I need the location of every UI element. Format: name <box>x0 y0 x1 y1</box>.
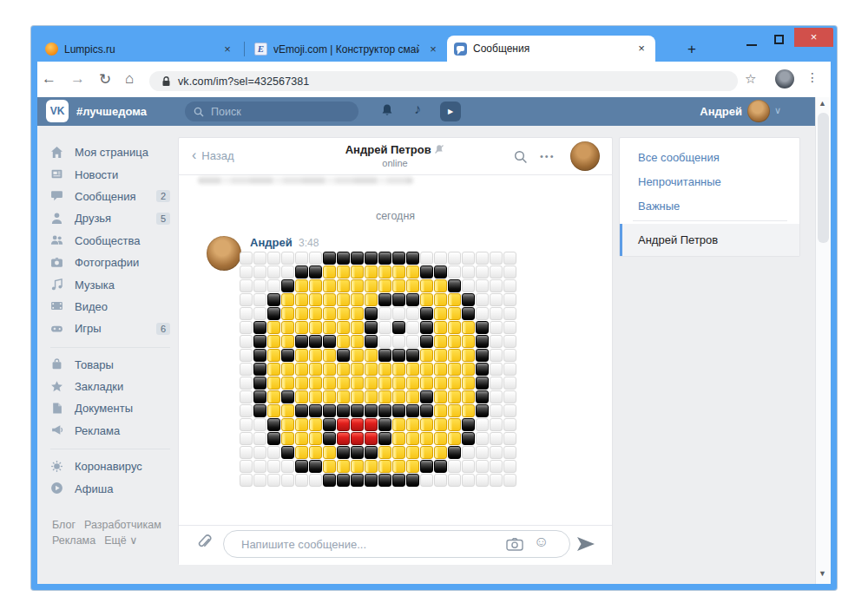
reload-icon[interactable]: ↻ <box>99 70 111 88</box>
sidebar-item-label: Музыка <box>75 279 170 292</box>
scrollbar-up-icon[interactable]: ▲ <box>819 99 826 108</box>
sidebar-item-label: Моя страница <box>75 146 170 159</box>
back-link[interactable]: ‹Назад <box>192 147 234 163</box>
emoji-cell-white-square <box>267 279 280 292</box>
chat-header-avatar[interactable] <box>570 141 600 171</box>
sidebar-item-my-page[interactable]: Моя страница <box>50 141 170 163</box>
sidebar-badge: 2 <box>156 190 170 202</box>
emoji-cell-black-square <box>476 349 489 362</box>
sidebar-item-photos[interactable]: Фотографии <box>50 252 170 273</box>
music-icon[interactable]: ♪ <box>414 102 421 117</box>
sidebar-item-ads[interactable]: Реклама <box>50 420 170 442</box>
emoji-smiley-icon[interactable]: ☺ <box>534 534 549 551</box>
sidebar-item-events[interactable]: Афиша <box>50 477 170 499</box>
attach-paperclip-icon[interactable] <box>195 534 214 553</box>
sidebar-item-bookmarks[interactable]: Закладки <box>50 376 170 397</box>
events-icon <box>50 482 64 495</box>
sidebar-item-friends[interactable]: Друзья5 <box>50 207 170 229</box>
footer-link[interactable]: Реклама <box>52 534 95 547</box>
sidebar-item-games[interactable]: Игры6 <box>50 318 170 339</box>
emoji-cell-yellow-square <box>281 432 294 445</box>
window-close-button[interactable]: × <box>794 28 833 47</box>
back-arrow-icon[interactable]: ← <box>42 70 56 88</box>
sidebar-item-coronavirus[interactable]: Коронавирус <box>50 455 170 477</box>
scrollbar-thumb[interactable] <box>818 113 829 243</box>
dialogs-filter-1[interactable]: Все сообщения <box>638 146 786 170</box>
message-author-avatar[interactable] <box>207 236 241 271</box>
forward-arrow-icon[interactable]: → <box>70 70 85 88</box>
emoji-cell-white-square <box>448 252 461 265</box>
sidebar-item-video[interactable]: Видео <box>50 296 170 318</box>
message-input-field[interactable] <box>240 537 503 552</box>
footer-link[interactable]: Разработчикам <box>84 519 161 531</box>
tab-close-icon[interactable]: × <box>635 42 648 56</box>
video-clips-icon[interactable]: ▶ <box>440 102 461 121</box>
message-author-name[interactable]: Андрей <box>250 236 293 249</box>
sidebar-item-documents[interactable]: Документы <box>50 397 170 419</box>
emoji-cell-black-square <box>378 404 391 417</box>
emoji-cell-yellow-square <box>295 418 308 431</box>
sidebar-item-news[interactable]: Новости <box>50 163 170 185</box>
tab-close-icon[interactable]: × <box>220 43 234 56</box>
dialogs-filter-2[interactable]: Непрочитанные <box>638 170 786 194</box>
vk-search-input[interactable] <box>209 105 343 119</box>
peer-info[interactable]: Андрей Петров online <box>286 143 503 168</box>
scrollbar-down-icon[interactable]: ▼ <box>819 569 826 578</box>
home-icon[interactable]: ⌂ <box>125 70 134 88</box>
emoji-cell-white-square <box>448 474 461 487</box>
emoji-cell-black-square <box>392 321 405 334</box>
header-user-name[interactable]: Андрей <box>660 105 742 118</box>
chat-search-icon[interactable] <box>514 150 528 164</box>
browser-profile-avatar[interactable] <box>775 69 794 88</box>
tab-messages[interactable]: Сообщения× <box>447 36 655 62</box>
emoji-cell-yellow-square <box>434 307 447 320</box>
sidebar-item-messages[interactable]: Сообщения2 <box>50 186 170 207</box>
tab-vemoji[interactable]: EvEmoji.com | Конструктор смайл× <box>247 36 447 62</box>
emoji-cell-black-square <box>392 252 405 265</box>
emoji-cell-yellow-square <box>448 307 461 320</box>
window-minimize-button[interactable] <box>746 44 757 46</box>
footer-link[interactable]: Ещё ∨ <box>104 534 137 547</box>
emoji-cell-white-square <box>267 446 280 459</box>
bookmark-star-icon[interactable]: ☆ <box>745 71 756 87</box>
emoji-cell-black-square <box>351 404 364 417</box>
emoji-cell-yellow-square <box>365 377 378 390</box>
emoji-cell-red-square <box>365 418 378 431</box>
chat-more-icon[interactable]: ••• <box>540 151 556 161</box>
emoji-cell-black-square <box>267 307 280 320</box>
vk-logo[interactable]: VK <box>46 100 69 122</box>
new-tab-button[interactable]: + <box>682 40 701 59</box>
emoji-cell-black-square <box>378 252 391 265</box>
emoji-cell-white-square <box>309 252 322 265</box>
user-menu-chevron-icon[interactable]: ∨ <box>774 105 781 116</box>
emoji-cell-white-square <box>406 321 419 334</box>
selected-dialog-row[interactable]: Андрей Петров <box>620 224 799 256</box>
url-text[interactable]: vk.com/im?sel=432567381 <box>178 75 309 88</box>
camera-icon[interactable] <box>506 538 523 551</box>
header-user-avatar[interactable] <box>747 100 770 122</box>
emoji-cell-yellow-square <box>434 418 447 431</box>
send-button[interactable] <box>576 536 595 552</box>
video-icon <box>50 299 64 313</box>
tab-lumpics[interactable]: Lumpics.ru× <box>38 36 241 62</box>
window-maximize-button[interactable] <box>774 35 784 44</box>
emoji-cell-yellow-square <box>337 363 350 376</box>
emoji-cell-yellow-square <box>434 446 447 459</box>
emoji-cell-white-square <box>434 252 447 265</box>
sidebar-item-market[interactable]: Товары <box>50 354 170 376</box>
emoji-cell-yellow-square <box>295 432 308 445</box>
emoji-cell-black-square <box>337 446 350 459</box>
sidebar-item-communities[interactable]: Сообщества <box>50 230 170 252</box>
photos-icon <box>50 256 64 270</box>
dialogs-filter-3[interactable]: Важные <box>638 194 786 219</box>
sidebar-item-music[interactable]: Музыка <box>50 273 170 295</box>
footer-link[interactable]: Блог <box>52 519 76 531</box>
address-bar[interactable]: vk.com/im?sel=432567381 <box>149 71 738 91</box>
notifications-bell-icon[interactable] <box>380 103 394 118</box>
browser-menu-icon[interactable]: ⋮ <box>806 70 819 84</box>
tab-close-icon[interactable]: × <box>426 43 440 56</box>
emoji-cell-white-square <box>476 252 489 265</box>
lock-icon <box>161 75 171 87</box>
vk-search-field[interactable] <box>185 102 358 121</box>
emoji-cell-black-square <box>365 474 378 487</box>
